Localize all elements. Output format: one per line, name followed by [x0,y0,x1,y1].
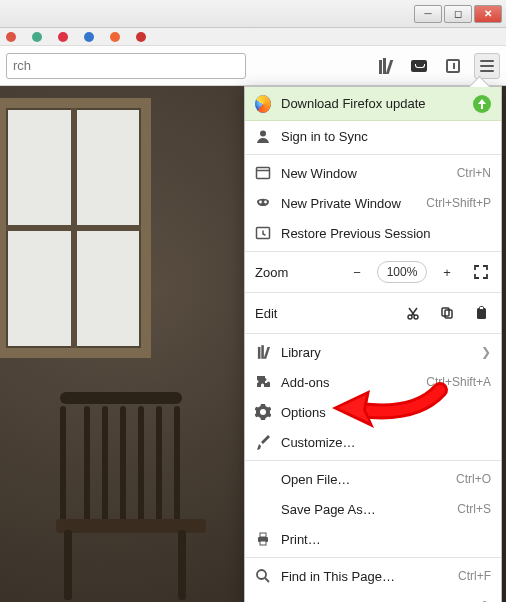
search-input[interactable] [6,53,246,79]
menu-label: Add-ons [281,375,416,390]
svg-point-7 [408,315,412,319]
svg-point-16 [257,570,266,579]
fullscreen-button[interactable] [467,259,495,285]
menu-label: Sign in to Sync [281,129,491,144]
menu-item-save-as[interactable]: Save Page As… Ctrl+S [245,494,501,524]
menu-label: Customize… [281,435,491,450]
menu-edit-row: Edit [245,296,501,330]
gear-icon [255,404,271,420]
tab-favicon [110,32,120,42]
mask-icon [255,195,271,211]
sync-user-icon [255,128,271,144]
close-button[interactable]: ✕ [474,5,502,23]
maximize-button[interactable]: ◻ [444,5,472,23]
menu-label: New Private Window [281,196,416,211]
menu-shortcut: Ctrl+Shift+A [426,375,491,389]
svg-point-4 [259,201,262,204]
svg-point-8 [414,315,418,319]
window-titlebar: ─ ◻ ✕ [0,0,506,28]
zoom-level[interactable]: 100% [377,261,427,283]
menu-item-customize[interactable]: Customize… [245,427,501,457]
paste-button[interactable] [467,300,495,326]
menu-item-restore-session[interactable]: Restore Previous Session [245,218,501,248]
menu-label: Open File… [281,472,446,487]
library-icon [255,344,271,360]
menu-item-new-private[interactable]: New Private Window Ctrl+Shift+P [245,188,501,218]
firefox-icon [255,96,271,112]
tab-favicon [58,32,68,42]
blank-icon [255,501,271,517]
menu-label: Save Page As… [281,502,447,517]
edit-label: Edit [255,306,313,321]
tab-favicon [6,32,16,42]
menu-item-open-file[interactable]: Open File… Ctrl+O [245,464,501,494]
chevron-right-icon: ❯ [481,345,491,359]
svg-point-5 [264,201,267,204]
app-menu: Download Firefox update Sign in to Sync … [244,86,502,602]
restore-icon [255,225,271,241]
svg-rect-14 [260,533,266,537]
menu-item-new-window[interactable]: New Window Ctrl+N [245,158,501,188]
blank-icon [255,471,271,487]
menu-item-options[interactable]: Options [245,397,501,427]
menu-label: Find in This Page… [281,569,448,584]
menu-item-library[interactable]: Library ❯ [245,337,501,367]
background-chair [60,384,220,594]
pocket-icon[interactable] [406,53,432,79]
svg-rect-2 [257,168,270,179]
minimize-button[interactable]: ─ [414,5,442,23]
sidebar-icon[interactable] [440,53,466,79]
cut-button[interactable] [399,300,427,326]
menu-item-update[interactable]: Download Firefox update [245,87,501,121]
menu-shortcut: Ctrl+O [456,472,491,486]
update-badge-icon [473,95,491,113]
menu-item-addons[interactable]: Add-ons Ctrl+Shift+A [245,367,501,397]
svg-line-17 [265,578,269,582]
background-window [0,98,151,358]
window-icon [255,165,271,181]
zoom-in-button[interactable]: + [433,259,461,285]
menu-label: New Window [281,166,447,181]
hamburger-menu-button[interactable] [474,53,500,79]
copy-button[interactable] [433,300,461,326]
search-icon [255,568,271,584]
menu-label: Print… [281,532,491,547]
menu-shortcut: Ctrl+Shift+P [426,196,491,210]
menu-shortcut: Ctrl+N [457,166,491,180]
printer-icon [255,531,271,547]
tab-favicon [136,32,146,42]
menu-zoom-row: Zoom − 100% + [245,255,501,289]
zoom-out-button[interactable]: − [343,259,371,285]
menu-label: Restore Previous Session [281,226,491,241]
browser-toolbar [0,46,506,86]
menu-item-print[interactable]: Print… [245,524,501,554]
blank-icon [255,598,271,602]
menu-item-find[interactable]: Find in This Page… Ctrl+F [245,561,501,591]
zoom-label: Zoom [255,265,313,280]
menu-label: More [281,599,471,603]
paintbrush-icon [255,434,271,450]
menu-item-more[interactable]: More ❯ [245,591,501,602]
tab-favicon [32,32,42,42]
svg-point-1 [260,131,266,137]
library-icon[interactable] [372,53,398,79]
svg-rect-12 [479,307,483,310]
menu-item-sync[interactable]: Sign in to Sync [245,121,501,151]
puzzle-icon [255,374,271,390]
menu-shortcut: Ctrl+F [458,569,491,583]
menu-label: Download Firefox update [281,96,463,111]
menu-shortcut: Ctrl+S [457,502,491,516]
menu-label: Options [281,405,491,420]
menu-label: Library [281,345,471,360]
svg-rect-15 [260,541,266,545]
tab-strip [0,28,506,46]
tab-favicon [84,32,94,42]
